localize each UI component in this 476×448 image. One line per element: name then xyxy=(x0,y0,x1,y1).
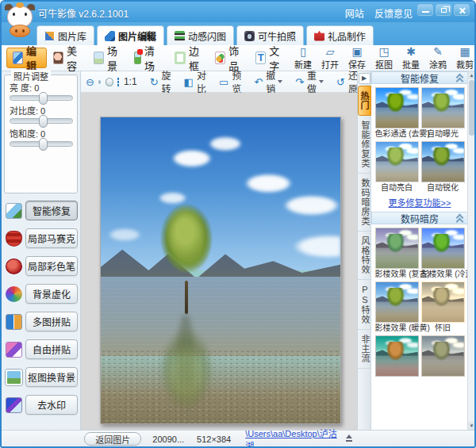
new-button[interactable]: ▯ 新建 xyxy=(290,46,317,71)
multi-collage-button[interactable]: 多图拼贴 xyxy=(25,312,78,331)
smart-fix-button[interactable]: 智能修复 xyxy=(25,201,78,220)
batch-button[interactable]: ✱ 批量 xyxy=(397,46,424,71)
website-link[interactable]: 网站 xyxy=(345,9,364,20)
collapse-chevron-icon[interactable] xyxy=(456,215,463,223)
contrast-slider-thumb[interactable] xyxy=(39,115,48,128)
effect-defog[interactable]: 色彩通透 (去雾) xyxy=(375,87,419,139)
effect-partial[interactable] xyxy=(375,335,419,377)
effect-thumbnail[interactable] xyxy=(421,335,465,377)
brightness-slider[interactable] xyxy=(10,95,73,101)
section-header-darkroom[interactable]: 数码暗房 xyxy=(371,212,468,224)
effect-thumbnail[interactable] xyxy=(421,228,465,269)
scene-mode-button[interactable]: 场景 xyxy=(87,48,128,68)
category-tab-darkroom[interactable]: 数码暗房类 xyxy=(358,174,371,232)
local-mosaic-button[interactable]: 局部马赛克 xyxy=(25,228,78,248)
decor-mode-button[interactable]: 饰品 xyxy=(209,48,249,68)
photo-lugu-lake[interactable] xyxy=(100,117,341,424)
collapse-chevron-icon[interactable] xyxy=(456,75,463,82)
effect-thumbnail[interactable] xyxy=(421,141,465,182)
brightness-slider-thumb[interactable] xyxy=(39,92,48,105)
undo-button[interactable]: ↶ 撤销 xyxy=(250,68,285,95)
redo-button[interactable]: ↷ 重做 xyxy=(291,68,326,95)
close-button[interactable] xyxy=(454,4,470,16)
compare-button[interactable]: ◧ 对比 xyxy=(180,68,209,95)
effect-thumbnail[interactable] xyxy=(375,281,419,323)
remove-watermark-button[interactable]: 去水印 xyxy=(25,395,78,415)
thumb-clouds xyxy=(376,142,418,155)
effect-auto-sharpen[interactable]: 自动锐化 xyxy=(421,141,465,193)
scrollbar-thumb[interactable] xyxy=(469,80,474,136)
effect-studio-retro[interactable]: 影楼效果 (复古) xyxy=(375,228,419,279)
preview-button[interactable]: ▭ 预览 xyxy=(215,68,244,95)
save-icon: ▣ xyxy=(351,46,362,58)
doodle-button[interactable]: ✎ 涂鸦 xyxy=(424,46,451,71)
effect-thumbnail[interactable] xyxy=(421,87,465,128)
scroll-down-icon[interactable]: ▼ xyxy=(468,422,475,430)
hd-scene-mode-button[interactable]: 高清场景 xyxy=(128,48,168,68)
tab-photo-library[interactable]: 图片库 xyxy=(36,25,94,45)
category-tab-smart-fix[interactable]: 智能修复类 xyxy=(358,116,371,174)
crop-button[interactable]: ▦ 裁剪 xyxy=(451,46,476,71)
effect-nostalgia[interactable]: 怀旧 xyxy=(421,281,465,333)
fit-to-window-icon[interactable] xyxy=(117,78,119,86)
cutout-background-button[interactable]: 抠图换背景 xyxy=(25,367,78,387)
restore-icon: ↺ xyxy=(336,76,345,88)
undo-dropdown-icon[interactable] xyxy=(278,80,282,83)
text-mode-button[interactable]: T 文字 xyxy=(249,48,290,68)
restore-button[interactable] xyxy=(436,4,451,16)
zoom-slider-thumb[interactable] xyxy=(106,78,113,86)
tool-row: 抠图换背景 xyxy=(2,363,81,391)
zoom-out-icon[interactable]: ⊖ xyxy=(86,76,94,88)
frame-mode-button[interactable]: 边框 xyxy=(168,48,209,68)
saturation-row: 饱和度: 0 xyxy=(10,127,72,147)
expand-strip-icon[interactable] xyxy=(344,435,354,443)
panel-collapse-icon[interactable]: ▶ xyxy=(359,73,370,84)
category-tab-style-effects[interactable]: 风格特效 xyxy=(358,232,371,280)
save-button[interactable]: ▣ 保存 xyxy=(344,46,370,71)
action-label: 抠图 xyxy=(375,58,393,71)
effect-thumbnail[interactable] xyxy=(375,228,419,269)
cutout-background-icon xyxy=(6,370,22,385)
effects-scrollbar[interactable]: ▲ ▼ xyxy=(467,71,474,430)
contrast-slider[interactable] xyxy=(10,118,73,124)
effect-partial[interactable] xyxy=(421,335,465,377)
local-color-pen-button[interactable]: 局部彩色笔 xyxy=(25,256,78,276)
effect-thumbnail[interactable] xyxy=(375,87,419,128)
compare-icon: ◧ xyxy=(184,76,194,88)
saturation-slider[interactable] xyxy=(10,141,73,147)
effect-thumbnail[interactable] xyxy=(375,141,419,182)
open-button[interactable]: ▱ 打开 xyxy=(317,46,344,71)
tab-gift-maker[interactable]: 礼品制作 xyxy=(306,25,374,45)
actual-size-button[interactable]: 1:1 xyxy=(124,76,137,87)
category-tab-non-mainstream[interactable]: 非主流 xyxy=(358,330,371,369)
effect-auto-exposure[interactable]: 自动曝光 xyxy=(421,87,465,139)
effect-auto-whiten[interactable]: 自动亮白 xyxy=(375,141,419,193)
effect-thumbnail[interactable] xyxy=(375,335,419,377)
saturation-slider-thumb[interactable] xyxy=(39,138,48,151)
rotate-button[interactable]: ↻ 旋转 xyxy=(146,68,174,95)
category-tab-ps-effects[interactable]: PS特效 xyxy=(358,280,371,330)
minimize-button[interactable] xyxy=(417,4,433,16)
brightness-row: 亮 度: 0 xyxy=(10,81,72,101)
text-tool-icon: T xyxy=(255,52,266,64)
edit-mode-button[interactable]: 编辑 xyxy=(6,48,47,68)
feedback-link[interactable]: 反馈意见 xyxy=(374,9,413,20)
more-fix-functions-link[interactable]: 更多修复功能>> xyxy=(371,196,468,209)
category-tab-hot[interactable]: 热门 xyxy=(358,86,371,116)
restore-button[interactable]: ↺ 还原 xyxy=(332,68,360,95)
section-title: 数码暗房 xyxy=(401,212,439,225)
cutout-button[interactable]: ◳ 抠图 xyxy=(370,46,397,71)
effect-thumbnail[interactable] xyxy=(421,281,465,323)
scroll-up-icon[interactable]: ▲ xyxy=(468,71,475,79)
background-blur-button[interactable]: 背景虚化 xyxy=(25,284,78,304)
file-path-link[interactable]: \Users\aa\Desktop\泸沽湖 xyxy=(245,427,344,448)
effect-studio-warmyellow[interactable]: 影楼效果 (暖黄) xyxy=(375,281,419,333)
effect-studio-coolblue[interactable]: 影楼效果 (冷蓝) xyxy=(421,228,465,279)
editor-canvas[interactable] xyxy=(81,93,360,430)
back-to-library-button[interactable]: 返回图片库 xyxy=(84,432,141,446)
section-header-smart-fix[interactable]: 智能修复 xyxy=(371,71,468,84)
free-collage-button[interactable]: 自由拼贴 xyxy=(25,339,78,359)
redo-dropdown-icon[interactable] xyxy=(319,80,324,83)
beauty-mode-button[interactable]: 美容 xyxy=(47,48,87,68)
zoom-slider[interactable] xyxy=(98,80,101,84)
